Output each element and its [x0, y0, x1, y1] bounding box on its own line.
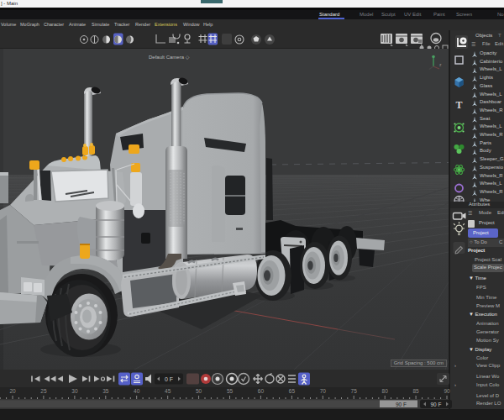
svg-text:z: z — [439, 62, 442, 67]
svg-text:55: 55 — [227, 388, 234, 394]
svg-text:45: 45 — [165, 388, 171, 394]
svg-text:20: 20 — [9, 388, 16, 394]
svg-text:90 F: 90 F — [430, 402, 441, 407]
svg-text:90: 90 — [444, 388, 450, 394]
svg-text:85: 85 — [412, 388, 419, 394]
svg-text:0 F: 0 F — [165, 376, 173, 382]
svg-text:50: 50 — [196, 388, 202, 394]
svg-text:80: 80 — [382, 388, 389, 394]
svg-text:65: 65 — [289, 388, 296, 394]
svg-text:70: 70 — [320, 388, 327, 394]
svg-text:25: 25 — [40, 388, 47, 394]
svg-text:T: T — [455, 99, 462, 111]
svg-text:40: 40 — [134, 388, 140, 394]
svg-text:30: 30 — [71, 388, 78, 394]
svg-text:90 F: 90 F — [396, 402, 407, 407]
svg-text:35: 35 — [102, 388, 109, 394]
svg-text:75: 75 — [351, 388, 358, 394]
svg-text:60: 60 — [258, 388, 265, 394]
